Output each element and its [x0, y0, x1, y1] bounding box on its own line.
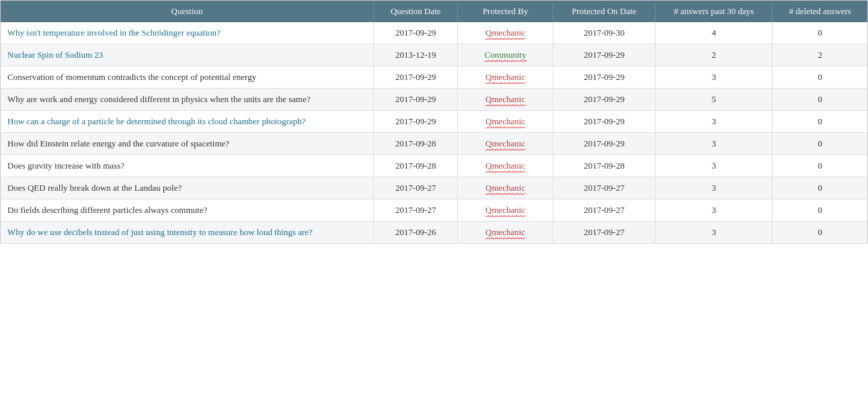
question-text: Does QED really break down at the Landau…: [7, 183, 182, 193]
deleted-answers: 0: [773, 66, 868, 89]
deleted-answers: 0: [773, 133, 868, 155]
answers-past-30: 3: [656, 222, 773, 244]
protected-on-date: 2017-09-27: [553, 199, 655, 222]
protected-on-date: 2017-09-27: [553, 222, 655, 244]
protected-on-date: 2017-09-29: [553, 133, 655, 155]
question-date: 2017-09-29: [374, 89, 458, 111]
question-text: Do fields describing different particles…: [7, 205, 207, 215]
table-row: Nuclear Spin of Sodium 232013-12-19Commu…: [1, 44, 868, 66]
answers-past-30: 4: [656, 22, 773, 44]
protected-by-link[interactable]: Qmechanic: [485, 161, 525, 171]
protected-questions-table: Question Question Date Protected By Prot…: [0, 0, 868, 244]
protected-on-date: 2017-09-29: [553, 111, 655, 133]
question-link[interactable]: How can a charge of a particle be determ…: [7, 116, 305, 126]
table-row: Do fields describing different particles…: [1, 199, 868, 222]
question-date: 2013-12-19: [374, 44, 458, 66]
table-row: How did Einstein relate energy and the c…: [1, 133, 868, 155]
table-row: How can a charge of a particle be determ…: [1, 111, 868, 133]
table-header-row: Question Question Date Protected By Prot…: [1, 1, 868, 23]
header-protected-by: Protected By: [458, 1, 553, 23]
table-row: Why are work and energy considered diffe…: [1, 89, 868, 111]
question-link[interactable]: Why isn't temperature involved in the Sc…: [7, 28, 221, 38]
protected-on-date: 2017-09-30: [553, 22, 655, 44]
protected-on-date: 2017-09-29: [553, 44, 655, 66]
question-date: 2017-09-27: [374, 177, 458, 199]
question-date: 2017-09-27: [374, 199, 458, 222]
table-row: Why do we use decibels instead of just u…: [1, 222, 868, 244]
question-link[interactable]: Why do we use decibels instead of just u…: [7, 227, 313, 237]
deleted-answers: 0: [773, 111, 868, 133]
deleted-answers: 2: [773, 44, 868, 66]
table-row: Conservation of momentum contradicts the…: [1, 66, 868, 89]
protected-by-link[interactable]: Qmechanic: [485, 116, 525, 127]
question-date: 2017-09-26: [374, 222, 458, 244]
header-answers-past-30: # answers past 30 days: [656, 1, 773, 23]
deleted-answers: 0: [773, 22, 868, 44]
question-date: 2017-09-29: [374, 22, 458, 44]
answers-past-30: 3: [656, 111, 773, 133]
deleted-answers: 0: [773, 177, 868, 199]
header-protected-on-date: Protected On Date: [553, 1, 655, 23]
question-date: 2017-09-28: [374, 155, 458, 177]
table-row: Does QED really break down at the Landau…: [1, 177, 868, 199]
question-link[interactable]: Nuclear Spin of Sodium 23: [7, 50, 103, 60]
header-deleted-answers: # deleted answers: [773, 1, 868, 23]
question-text: Conservation of momentum contradicts the…: [7, 72, 256, 82]
deleted-answers: 0: [773, 89, 868, 111]
table-row: Why isn't temperature involved in the Sc…: [1, 22, 868, 44]
answers-past-30: 3: [656, 155, 773, 177]
table-row: Does gravity increase with mass?2017-09-…: [1, 155, 868, 177]
question-text: How did Einstein relate energy and the c…: [7, 138, 229, 148]
header-question-date: Question Date: [374, 1, 458, 23]
protected-by-link[interactable]: Qmechanic: [485, 94, 525, 105]
deleted-answers: 0: [773, 222, 868, 244]
question-text: Why are work and energy considered diffe…: [7, 94, 311, 104]
question-date: 2017-09-28: [374, 133, 458, 155]
protected-on-date: 2017-09-28: [553, 155, 655, 177]
deleted-answers: 0: [773, 199, 868, 222]
answers-past-30: 3: [656, 133, 773, 155]
question-text: Does gravity increase with mass?: [7, 161, 124, 171]
protected-on-date: 2017-09-27: [553, 177, 655, 199]
deleted-answers: 0: [773, 155, 868, 177]
protected-by-link[interactable]: Qmechanic: [485, 28, 525, 38]
protected-on-date: 2017-09-29: [553, 66, 655, 89]
answers-past-30: 5: [656, 89, 773, 111]
protected-by-link[interactable]: Qmechanic: [485, 72, 525, 83]
question-date: 2017-09-29: [374, 111, 458, 133]
question-date: 2017-09-29: [374, 66, 458, 89]
answers-past-30: 3: [656, 177, 773, 199]
protected-on-date: 2017-09-29: [553, 89, 655, 111]
protected-by-link[interactable]: Qmechanic: [485, 205, 525, 216]
protected-by-link[interactable]: Qmechanic: [485, 183, 525, 193]
answers-past-30: 3: [656, 66, 773, 89]
answers-past-30: 2: [656, 44, 773, 66]
protected-by-link[interactable]: Community: [485, 50, 526, 60]
protected-by-link[interactable]: Qmechanic: [485, 138, 525, 149]
protected-by-link[interactable]: Qmechanic: [485, 227, 525, 238]
header-question: Question: [1, 1, 374, 23]
answers-past-30: 3: [656, 199, 773, 222]
